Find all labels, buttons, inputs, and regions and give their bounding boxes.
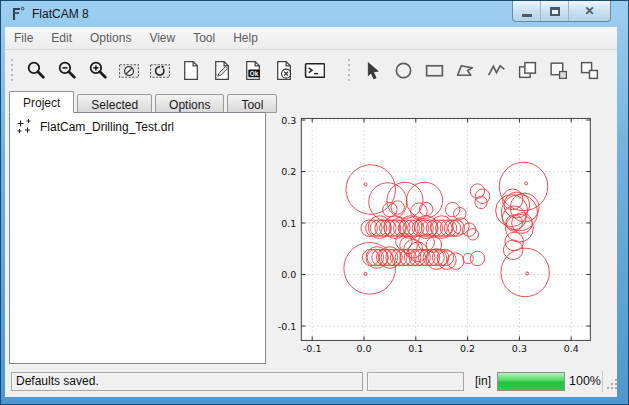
new-file-button[interactable] xyxy=(178,58,203,83)
copy-alt-icon xyxy=(579,60,600,81)
close-icon: ✕ xyxy=(584,5,594,17)
tab-options[interactable]: Options xyxy=(155,94,224,113)
status-message-panel: Defaults saved. xyxy=(11,372,363,391)
window-content: FileEditOptionsViewToolHelp Ok ProjectSe… xyxy=(5,27,617,397)
magnifier-icon xyxy=(25,60,46,81)
drill-icon xyxy=(16,118,33,135)
tree-item-drill-object[interactable]: FlatCam_Drilling_Test.drl xyxy=(10,113,265,135)
xtick-label: 0.1 xyxy=(408,343,423,354)
plot-area[interactable]: -0.10.00.10.20.30.4-0.10.00.10.20.3 xyxy=(267,112,617,364)
progress-bar xyxy=(497,372,565,391)
terminal-icon xyxy=(304,60,325,81)
app-window: FlatCAM 8 ✕ FileEditOptionsViewToolHelp … xyxy=(0,0,629,405)
file-edit-icon xyxy=(211,60,232,81)
path-icon xyxy=(486,60,507,81)
tab-selected[interactable]: Selected xyxy=(77,94,152,113)
copy-icon xyxy=(517,60,538,81)
xtick-label: 0.0 xyxy=(356,343,371,354)
file-new-icon xyxy=(180,60,201,81)
menu-file[interactable]: File xyxy=(5,27,42,49)
tab-project[interactable]: Project xyxy=(9,91,74,113)
select-button[interactable] xyxy=(360,58,385,83)
toolbar: Ok xyxy=(5,50,617,91)
project-tree-panel[interactable]: FlatCam_Drilling_Test.drl xyxy=(9,112,266,364)
tab-tool[interactable]: Tool xyxy=(227,94,277,113)
maximize-button[interactable] xyxy=(541,1,569,21)
xtick-label: 0.4 xyxy=(564,343,579,354)
menubar: FileEditOptionsViewToolHelp xyxy=(5,27,617,50)
notebook-tabs: ProjectSelectedOptionsTool xyxy=(9,91,280,113)
zoom-out-button[interactable] xyxy=(54,58,79,83)
replot-button[interactable] xyxy=(147,58,172,83)
axes-background xyxy=(301,118,590,340)
zoom-in-button[interactable] xyxy=(85,58,110,83)
window-title: FlatCAM 8 xyxy=(32,7,89,21)
pointer-icon xyxy=(362,60,383,81)
progress-percent-label: 100% xyxy=(569,372,601,391)
grid-slash-icon xyxy=(118,60,139,81)
menu-help[interactable]: Help xyxy=(224,27,267,49)
accept-edit-button[interactable]: Ok xyxy=(240,58,265,83)
draw-rectangle-button[interactable] xyxy=(422,58,447,83)
ytick-label: 0.2 xyxy=(281,166,296,177)
svg-text:Ok: Ok xyxy=(250,70,259,77)
move-icon xyxy=(548,60,569,81)
toolbar-drag-handle[interactable] xyxy=(11,59,16,83)
move-objects-button[interactable] xyxy=(546,58,571,83)
clear-plot-button[interactable] xyxy=(116,58,141,83)
edit-file-button[interactable] xyxy=(209,58,234,83)
status-separator xyxy=(602,371,603,392)
tree-item-label: FlatCam_Drilling_Test.drl xyxy=(40,120,174,134)
units-label: [in] xyxy=(469,372,497,391)
minimize-icon xyxy=(522,14,532,17)
menu-options[interactable]: Options xyxy=(81,27,140,49)
xtick-label: -0.1 xyxy=(303,343,322,354)
polygon-icon xyxy=(455,60,476,81)
menu-tool[interactable]: Tool xyxy=(184,27,224,49)
duplicate-objects-button[interactable] xyxy=(577,58,602,83)
menu-edit[interactable]: Edit xyxy=(42,27,81,49)
menu-view[interactable]: View xyxy=(140,27,184,49)
ytick-label: -0.1 xyxy=(278,321,297,332)
close-button[interactable]: ✕ xyxy=(569,1,610,21)
circle-icon xyxy=(393,60,414,81)
draw-circle-button[interactable] xyxy=(391,58,416,83)
file-ok-icon: Ok xyxy=(242,60,263,81)
status-aux-panel xyxy=(367,372,464,391)
rectangle-icon xyxy=(424,60,445,81)
statusbar: Defaults saved. [in] 100% xyxy=(5,369,617,397)
zoom-fit-button[interactable] xyxy=(23,58,48,83)
ytick-label: 0.3 xyxy=(281,115,296,126)
xtick-label: 0.3 xyxy=(512,343,527,354)
plot-canvas[interactable]: -0.10.00.10.20.30.4-0.10.00.10.20.3 xyxy=(267,112,617,364)
minimize-button[interactable] xyxy=(513,1,541,21)
draw-path-button[interactable] xyxy=(484,58,509,83)
ytick-label: 0.0 xyxy=(281,269,296,280)
shell-button[interactable] xyxy=(302,58,327,83)
xtick-label: 0.2 xyxy=(460,343,475,354)
toolbar-drag-handle[interactable] xyxy=(348,59,353,83)
app-icon xyxy=(10,6,26,22)
magnifier-minus-icon xyxy=(56,60,77,81)
cancel-edit-button[interactable] xyxy=(271,58,296,83)
window-controls: ✕ xyxy=(512,1,611,22)
ytick-label: 0.1 xyxy=(281,218,296,229)
titlebar[interactable]: FlatCAM 8 ✕ xyxy=(1,1,628,27)
resize-grip[interactable] xyxy=(606,378,618,390)
magnifier-plus-icon xyxy=(87,60,108,81)
file-cancel-icon xyxy=(273,60,294,81)
copy-objects-button[interactable] xyxy=(515,58,540,83)
draw-polygon-button[interactable] xyxy=(453,58,478,83)
progress-fill xyxy=(498,373,564,390)
maximize-icon xyxy=(550,7,560,16)
grid-refresh-icon xyxy=(149,60,170,81)
